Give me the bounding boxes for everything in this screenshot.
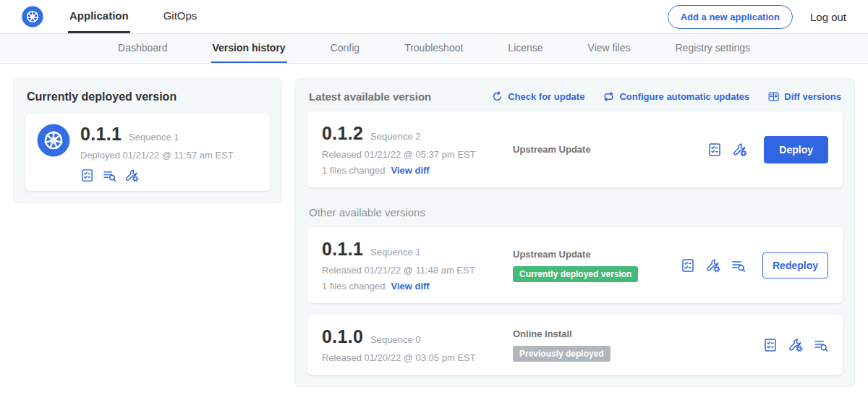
tab-gitops[interactable]: GitOps — [162, 0, 199, 33]
kubernetes-logo-icon — [22, 6, 43, 27]
configure-automatic-updates-link[interactable]: Configure automatic updates — [603, 91, 749, 102]
sync-arrows-icon — [603, 91, 614, 102]
deployed-actions — [80, 169, 234, 182]
source-label: Online Install — [513, 328, 763, 339]
sequence-label: Sequence 2 — [370, 131, 420, 142]
config-icon[interactable] — [733, 143, 747, 157]
redeploy-button[interactable]: Redeploy — [762, 252, 828, 279]
currently-deployed-panel: Currently deployed version 0.1.1 Sequenc… — [13, 78, 282, 203]
release-notes-icon[interactable] — [80, 169, 94, 182]
other-available-versions-title: Other available versions — [309, 206, 841, 218]
version-row-0.1.1: 0.1.1 Sequence 1 Released 01/21/22 @ 11:… — [307, 227, 843, 303]
refresh-icon — [492, 91, 503, 102]
available-panel-header: Latest available version Check for updat… — [309, 90, 841, 103]
release-notes-icon[interactable] — [763, 338, 778, 352]
subtab-troubleshoot[interactable]: Troubleshoot — [403, 34, 464, 63]
deployed-sequence-label: Sequence 1 — [129, 132, 179, 143]
top-navbar: Application GitOps Add a new application… — [0, 0, 868, 34]
version-actions: Redeploy — [681, 252, 828, 279]
view-files-icon[interactable] — [731, 258, 746, 273]
release-notes-icon[interactable] — [681, 258, 695, 273]
top-tabs: Application GitOps — [68, 0, 230, 33]
tab-application[interactable]: Application — [68, 0, 130, 33]
version-row-0.1.0: 0.1.0 Sequence 0 Released 01/20/22 @ 03:… — [307, 315, 843, 375]
subtab-dashboard[interactable]: Dashboard — [116, 34, 169, 63]
version-info: 0.1.0 Sequence 0 Released 01/20/22 @ 03:… — [322, 326, 504, 363]
source-label: Upstream Update — [513, 249, 681, 260]
latest-available-title: Latest available version — [309, 90, 431, 103]
version-number: 0.1.1 — [322, 239, 363, 260]
main-content: Currently deployed version 0.1.1 Sequenc… — [0, 64, 868, 401]
config-icon[interactable] — [706, 258, 720, 273]
config-icon[interactable] — [788, 338, 803, 352]
check-for-update-label: Check for update — [508, 91, 584, 102]
available-versions-panel: Latest available version Check for updat… — [295, 78, 855, 387]
files-changed-label: 1 files changed — [322, 281, 385, 292]
subtab-view-files[interactable]: View files — [587, 34, 632, 63]
currently-deployed-badge: Currently deployed version — [513, 266, 638, 282]
release-notes-icon[interactable] — [707, 143, 722, 157]
view-diff-link[interactable]: View diff — [391, 281, 429, 292]
subtab-license[interactable]: License — [506, 34, 544, 63]
app-subnav: Dashboard Version history Config Trouble… — [0, 34, 868, 64]
previously-deployed-badge: Previously deployed — [513, 346, 610, 362]
released-date: Released 01/21/22 @ 11:48 am EST — [322, 265, 504, 276]
version-source: Online Install Previously deployed — [504, 328, 763, 362]
version-row-0.1.2: 0.1.2 Sequence 2 Released 01/21/22 @ 05:… — [307, 111, 843, 187]
version-number: 0.1.0 — [322, 326, 363, 347]
version-actions: Deploy — [707, 136, 828, 163]
subtab-registry-settings[interactable]: Registry settings — [674, 34, 752, 63]
deployed-version-info: 0.1.1 Sequence 1 Deployed 01/21/22 @ 11:… — [80, 124, 234, 182]
check-for-update-link[interactable]: Check for update — [492, 91, 584, 102]
available-panel-actions: Check for update Configure automatic upd… — [492, 91, 841, 102]
released-date: Released 01/21/22 @ 05:37 pm EST — [322, 149, 504, 160]
deployed-date: Deployed 01/21/22 @ 11:57 am EST — [80, 150, 234, 161]
topnav-right: Add a new application Log out — [668, 5, 846, 29]
subtab-version-history[interactable]: Version history — [211, 34, 287, 63]
view-files-icon[interactable] — [814, 338, 828, 352]
diff-versions-label: Diff versions — [784, 91, 841, 102]
files-changed-label: 1 files changed — [322, 165, 385, 176]
view-diff-link[interactable]: View diff — [391, 165, 429, 176]
version-actions — [763, 338, 828, 352]
config-icon[interactable] — [125, 169, 139, 182]
deploy-button[interactable]: Deploy — [764, 136, 828, 163]
version-source: Upstream Update — [504, 144, 707, 155]
sequence-label: Sequence 0 — [370, 334, 420, 345]
version-source: Upstream Update Currently deployed versi… — [504, 249, 681, 282]
version-info: 0.1.2 Sequence 2 Released 01/21/22 @ 05:… — [322, 123, 504, 176]
version-number: 0.1.2 — [322, 123, 363, 144]
deployed-version-card: 0.1.1 Sequence 1 Deployed 01/21/22 @ 11:… — [25, 114, 270, 191]
diff-columns-icon — [768, 91, 779, 102]
diff-versions-link[interactable]: Diff versions — [768, 91, 841, 102]
deployed-version-number: 0.1.1 — [80, 124, 122, 145]
released-date: Released 01/20/22 @ 03:05 pm EST — [322, 352, 504, 363]
subtab-config[interactable]: Config — [329, 34, 361, 63]
add-application-button[interactable]: Add a new application — [668, 5, 793, 29]
source-label: Upstream Update — [513, 144, 707, 155]
logout-link[interactable]: Log out — [810, 11, 846, 23]
deployed-panel-title: Currently deployed version — [27, 90, 268, 103]
view-files-icon[interactable] — [103, 169, 116, 182]
kubernetes-app-icon — [37, 124, 70, 157]
configure-automatic-updates-label: Configure automatic updates — [619, 91, 749, 102]
version-info: 0.1.1 Sequence 1 Released 01/21/22 @ 11:… — [322, 239, 504, 292]
sequence-label: Sequence 1 — [370, 247, 420, 258]
